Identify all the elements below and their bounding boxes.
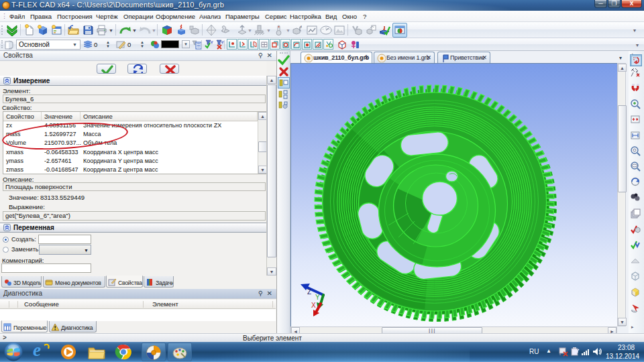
- svg-text:X: X: [311, 302, 316, 309]
- svg-text:Y: Y: [315, 294, 320, 301]
- svg-text:Z: Z: [307, 288, 311, 296]
